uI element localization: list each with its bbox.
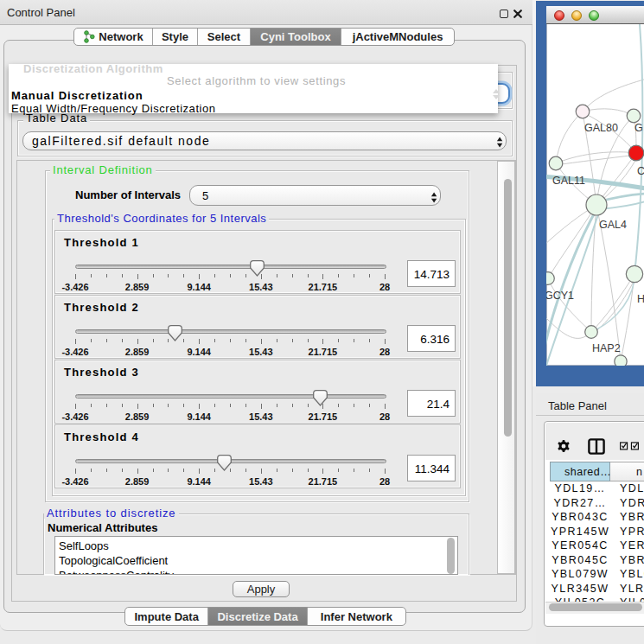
svg-text:H: H [637, 293, 644, 305]
svg-text:GCY1: GCY1 [546, 290, 574, 302]
svg-text:GAL4: GAL4 [599, 219, 627, 231]
svg-text:C: C [637, 165, 644, 177]
svg-text:HAP2: HAP2 [592, 342, 621, 354]
svg-text:GAL80: GAL80 [584, 122, 618, 134]
svg-text:GAL11: GAL11 [552, 175, 585, 187]
svg-text:G: G [634, 122, 643, 134]
